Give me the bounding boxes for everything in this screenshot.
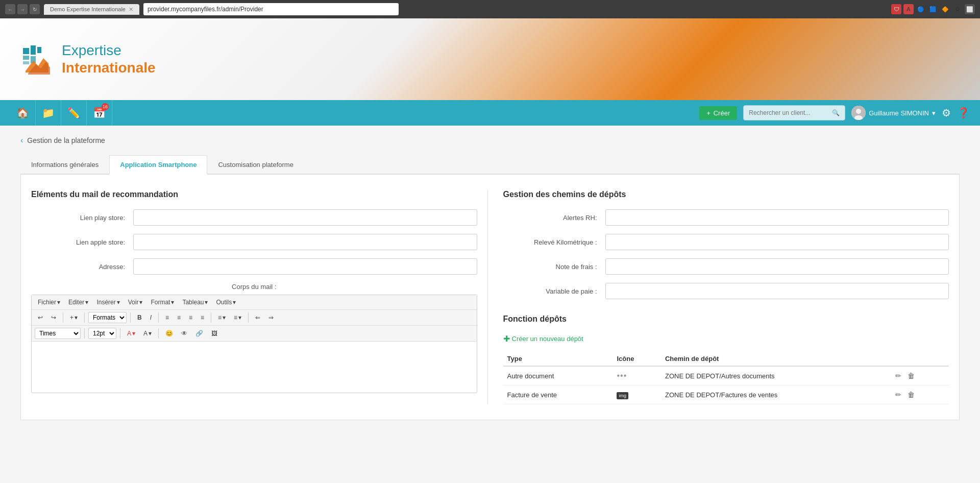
depot-chemin-0: ZONE DE DEPOT/Autres documents — [661, 366, 889, 385]
nav-folder-icon[interactable]: 📁 — [36, 100, 61, 126]
menu-arrow: ▾ — [85, 299, 88, 306]
align-right-btn[interactable]: ≡ — [186, 312, 195, 323]
settings-icon[interactable]: ⚙ — [942, 107, 951, 119]
menu-outils[interactable]: Outils ▾ — [213, 297, 239, 307]
bg-color-btn[interactable]: A ▾ — [140, 328, 155, 339]
create-depot-plus-icon: ✚ — [503, 334, 510, 344]
back-btn[interactable]: ← — [5, 4, 15, 14]
svg-rect-5 — [37, 47, 41, 53]
redo-button[interactable]: ↪ — [48, 312, 59, 323]
menu-voir[interactable]: Voir ▾ — [125, 297, 146, 307]
menu-arrow: ▾ — [205, 299, 208, 306]
font-family-select[interactable]: Times — [35, 328, 81, 339]
refresh-btn[interactable]: ↻ — [30, 4, 40, 14]
add-button[interactable]: + ▾ — [67, 312, 81, 323]
toolbar-sep5 — [211, 312, 211, 323]
emoji-btn[interactable]: 😊 — [162, 328, 176, 339]
undo-button[interactable]: ↩ — [35, 312, 46, 323]
nav-calendar-icon[interactable]: 📅 16 — [87, 100, 112, 126]
menu-tableau[interactable]: Tableau ▾ — [179, 297, 211, 307]
releve-km-input[interactable] — [605, 234, 949, 250]
menu-inserer[interactable]: Insérer ▾ — [93, 297, 122, 307]
ext-icon-4: 🟦 — [928, 4, 938, 14]
font-size-select[interactable]: 12pt — [88, 328, 116, 339]
nav-right: + Créer 🔍 Guillaume SIMONIN ▾ ⚙ ❓ — [699, 105, 970, 120]
releve-km-label: Relevé Kilométrique : — [503, 238, 605, 246]
menu-format[interactable]: Format ▾ — [148, 297, 177, 307]
indent-btn[interactable]: ⇒ — [265, 312, 277, 323]
help-icon[interactable]: ❓ — [957, 107, 970, 119]
note-frais-input[interactable] — [605, 258, 949, 275]
depot-chemin-1: ZONE DE DEPOT/Factures de ventes — [661, 385, 889, 404]
font-color-btn[interactable]: A ▾ — [124, 328, 138, 339]
corps-du-mail-label: Corps du mail : — [31, 283, 477, 291]
breadcrumb-back-icon[interactable]: ‹ — [20, 136, 23, 145]
menu-fichier[interactable]: Fichier ▾ — [35, 297, 63, 307]
ext-icon-3: 🔵 — [916, 4, 926, 14]
delete-depot-0-btn[interactable]: 🗑 — [905, 371, 917, 381]
nav-edit-icon[interactable]: ✏️ — [61, 100, 87, 126]
create-button[interactable]: + Créer — [699, 106, 737, 120]
ext-icon-2: A — [903, 4, 914, 14]
image-btn[interactable]: 🖼 — [208, 328, 220, 339]
menu-editer[interactable]: Editer ▾ — [65, 297, 91, 307]
play-store-input[interactable] — [133, 209, 477, 226]
toolbar-sep7 — [84, 328, 85, 339]
logo-text: Expertise Internationale — [62, 42, 156, 76]
align-left-btn[interactable]: ≡ — [162, 312, 172, 323]
list-ol-btn[interactable]: ≡ ▾ — [231, 312, 244, 323]
tab-smartphone[interactable]: Application Smartphone — [109, 155, 207, 175]
browser-extensions: 🛡 A 🔵 🟦 🔶 ⚙ ⬜ — [891, 4, 975, 14]
link-btn[interactable]: 🔗 — [192, 328, 206, 339]
editor-body[interactable] — [32, 342, 477, 393]
header-banner: Expertise Internationale — [0, 18, 980, 100]
variable-paie-label: Variable de paie : — [503, 287, 605, 295]
depot-row-0: Autre document ••• ZONE DE DEPOT/Autres … — [503, 366, 949, 385]
alertes-rh-input[interactable] — [605, 209, 949, 226]
search-input[interactable] — [749, 109, 832, 116]
user-avatar — [851, 106, 866, 120]
play-store-row: Lien play store: — [31, 209, 477, 226]
add-dropdown: ▾ — [75, 314, 78, 321]
search-box[interactable]: 🔍 — [743, 105, 845, 120]
address-bar[interactable]: provider.mycompanyfiles.fr/admin/Provide… — [143, 3, 399, 15]
create-depot-button[interactable]: ✚ Créer un nouveau dépôt — [503, 334, 583, 344]
col-type: Type — [503, 352, 613, 366]
edit-depot-1-btn[interactable]: ✏ — [893, 390, 903, 400]
italic-button[interactable]: I — [147, 312, 155, 323]
toolbar-sep8 — [120, 328, 120, 339]
align-center-btn[interactable]: ≡ — [174, 312, 184, 323]
avatar-img — [851, 106, 866, 120]
depot-icone-0: ••• — [612, 366, 661, 385]
fonction-title: Fonction dépôts — [503, 315, 949, 324]
alertes-rh-label: Alertes RH: — [503, 214, 605, 222]
releve-km-row: Relevé Kilométrique : — [503, 234, 949, 250]
create-depot-label: Créer un nouveau dépôt — [512, 335, 583, 343]
svg-point-9 — [856, 109, 861, 114]
menu-arrow: ▾ — [171, 299, 174, 306]
preview-btn[interactable]: 👁 — [178, 328, 190, 339]
variable-paie-input[interactable] — [605, 283, 949, 299]
nav-home-icon[interactable]: 🏠 — [10, 100, 36, 126]
content-area: Eléments du mail de recommandation Lien … — [20, 175, 960, 420]
user-area[interactable]: Guillaume SIMONIN ▾ — [851, 106, 936, 120]
browser-tab[interactable]: Demo Expertise Internationale ✕ — [44, 4, 139, 15]
formats-select[interactable]: Formats — [88, 312, 127, 323]
tab-customisation[interactable]: Customisation plateforme — [207, 155, 304, 175]
delete-depot-1-btn[interactable]: 🗑 — [905, 390, 917, 400]
list-ol-dropdown: ▾ — [238, 314, 241, 321]
edit-depot-0-btn[interactable]: ✏ — [893, 371, 903, 381]
toolbar-sep4 — [158, 312, 159, 323]
bold-button[interactable]: B — [134, 312, 145, 323]
tab-close-icon[interactable]: ✕ — [129, 6, 133, 13]
play-store-label: Lien play store: — [31, 214, 133, 222]
list-ul-btn[interactable]: ≡ ▾ — [215, 312, 229, 323]
tab-informations[interactable]: Informations générales — [20, 155, 109, 175]
list-dropdown: ▾ — [223, 314, 226, 321]
forward-btn[interactable]: → — [17, 4, 28, 14]
adresse-input[interactable] — [133, 258, 477, 275]
apple-store-input[interactable] — [133, 234, 477, 250]
depot-actions-0: ✏ 🗑 — [889, 366, 949, 385]
align-justify-btn[interactable]: ≡ — [198, 312, 207, 323]
outdent-btn[interactable]: ⇐ — [252, 312, 263, 323]
